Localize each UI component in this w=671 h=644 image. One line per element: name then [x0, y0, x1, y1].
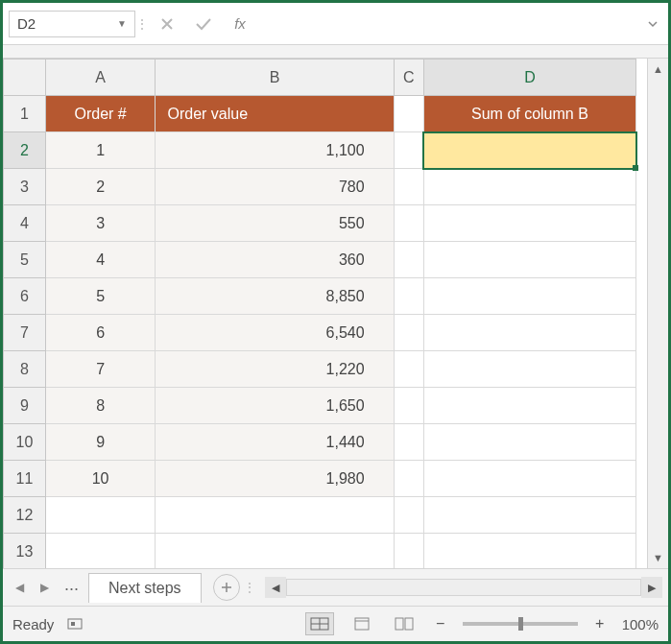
row-header-13[interactable]: 13: [4, 534, 46, 569]
cell-C12[interactable]: [394, 497, 423, 534]
row-header-11[interactable]: 11: [4, 461, 46, 497]
col-header-A[interactable]: A: [45, 60, 156, 96]
cell-A2[interactable]: 1: [45, 132, 156, 169]
scroll-down-button[interactable]: ▼: [648, 547, 668, 568]
cell-B12[interactable]: [156, 497, 394, 534]
zoom-level-label[interactable]: 100%: [622, 616, 659, 632]
cell-C1[interactable]: [394, 96, 423, 132]
sheet-tab-active[interactable]: Next steps: [88, 573, 202, 603]
cell-D3[interactable]: [423, 169, 635, 205]
tab-overflow-ellipsis[interactable]: ...: [59, 575, 84, 595]
name-box[interactable]: D2 ▼: [9, 11, 135, 37]
select-all-corner[interactable]: [4, 60, 46, 96]
cell-D4[interactable]: [423, 205, 635, 242]
zoom-slider-thumb[interactable]: [518, 617, 523, 631]
cell-B6[interactable]: 8,850: [156, 278, 394, 315]
row-header-6[interactable]: 6: [4, 278, 46, 315]
cell-C10[interactable]: [394, 424, 423, 461]
cell-C3[interactable]: [394, 169, 423, 205]
view-page-break-button[interactable]: [390, 612, 419, 635]
row-header-5[interactable]: 5: [4, 242, 46, 278]
cell-A13[interactable]: [45, 534, 156, 569]
cell-A4[interactable]: 3: [45, 205, 156, 242]
row-header-12[interactable]: 12: [4, 497, 46, 534]
zoom-out-button[interactable]: −: [432, 615, 449, 632]
col-header-C[interactable]: C: [394, 60, 423, 96]
cell-D8[interactable]: [423, 351, 635, 388]
cell-A7[interactable]: 6: [45, 315, 156, 351]
cell-D6[interactable]: [423, 278, 635, 315]
cell-B13[interactable]: [156, 534, 394, 569]
cancel-formula-button[interactable]: [149, 11, 185, 37]
cell-B1[interactable]: Order value: [156, 96, 394, 132]
row-header-9[interactable]: 9: [4, 388, 46, 424]
cell-B10[interactable]: 1,440: [156, 424, 394, 461]
zoom-in-button[interactable]: +: [591, 615, 609, 632]
add-sheet-button[interactable]: [213, 574, 240, 601]
tab-scroll-left-button[interactable]: ◀: [9, 577, 30, 598]
formula-input[interactable]: [258, 11, 643, 37]
cell-A9[interactable]: 8: [45, 388, 156, 424]
expand-formula-bar-button[interactable]: [643, 18, 662, 30]
tab-scroll-right-button[interactable]: ▶: [34, 577, 55, 598]
cell-C8[interactable]: [394, 351, 423, 388]
cell-D10[interactable]: [423, 424, 635, 461]
horizontal-scrollbar[interactable]: ◀ ▶: [265, 577, 662, 598]
scroll-up-button[interactable]: ▲: [648, 59, 668, 80]
name-box-dropdown-icon[interactable]: ▼: [117, 18, 127, 29]
cell-B11[interactable]: 1,980: [156, 461, 394, 497]
hscroll-left-button[interactable]: ◀: [265, 577, 286, 598]
cell-D11[interactable]: [423, 461, 635, 497]
col-header-B[interactable]: B: [156, 60, 394, 96]
cell-A3[interactable]: 2: [45, 169, 156, 205]
cell-A1[interactable]: Order #: [45, 96, 156, 132]
scroll-track[interactable]: [648, 80, 668, 547]
enter-formula-button[interactable]: [185, 11, 222, 37]
cell-C6[interactable]: [394, 278, 423, 315]
row-header-7[interactable]: 7: [4, 315, 46, 351]
row-header-3[interactable]: 3: [4, 169, 46, 205]
cell-C2[interactable]: [394, 132, 423, 169]
cell-A6[interactable]: 5: [45, 278, 156, 315]
macro-record-icon[interactable]: [67, 616, 86, 632]
row-header-8[interactable]: 8: [4, 351, 46, 388]
cell-C13[interactable]: [394, 534, 423, 569]
cell-D1[interactable]: Sum of column B: [423, 96, 635, 132]
cell-D2-selected[interactable]: [423, 132, 635, 169]
cell-B9[interactable]: 1,650: [156, 388, 394, 424]
worksheet-grid[interactable]: A B C D 1 Order # Order value Sum of col…: [3, 59, 647, 568]
cell-B2[interactable]: 1,100: [156, 132, 394, 169]
cell-D7[interactable]: [423, 315, 635, 351]
view-page-layout-button[interactable]: [347, 612, 376, 635]
row-header-4[interactable]: 4: [4, 205, 46, 242]
cell-A8[interactable]: 7: [45, 351, 156, 388]
cell-B3[interactable]: 780: [156, 169, 394, 205]
view-normal-button[interactable]: [305, 612, 334, 635]
cell-A10[interactable]: 9: [45, 424, 156, 461]
cell-B8[interactable]: 1,220: [156, 351, 394, 388]
cell-D5[interactable]: [423, 242, 635, 278]
row-header-10[interactable]: 10: [4, 424, 46, 461]
cell-C5[interactable]: [394, 242, 423, 278]
row-header-1[interactable]: 1: [4, 96, 46, 132]
zoom-slider[interactable]: [463, 622, 578, 626]
cell-C4[interactable]: [394, 205, 423, 242]
hscroll-right-button[interactable]: ▶: [641, 577, 662, 598]
row-header-2[interactable]: 2: [4, 132, 46, 169]
cell-C9[interactable]: [394, 388, 423, 424]
cell-D13[interactable]: [423, 534, 635, 569]
cell-B5[interactable]: 360: [156, 242, 394, 278]
cell-A5[interactable]: 4: [45, 242, 156, 278]
cell-B4[interactable]: 550: [156, 205, 394, 242]
cell-C11[interactable]: [394, 461, 423, 497]
cell-D9[interactable]: [423, 388, 635, 424]
cell-A11[interactable]: 10: [45, 461, 156, 497]
cell-A12[interactable]: [45, 497, 156, 534]
col-header-D[interactable]: D: [423, 60, 635, 96]
hscroll-track[interactable]: [286, 579, 641, 596]
vertical-scrollbar[interactable]: ▲ ▼: [647, 59, 668, 568]
insert-function-button[interactable]: fx: [222, 11, 258, 37]
cell-C7[interactable]: [394, 315, 423, 351]
cell-D12[interactable]: [423, 497, 635, 534]
cell-B7[interactable]: 6,540: [156, 315, 394, 351]
